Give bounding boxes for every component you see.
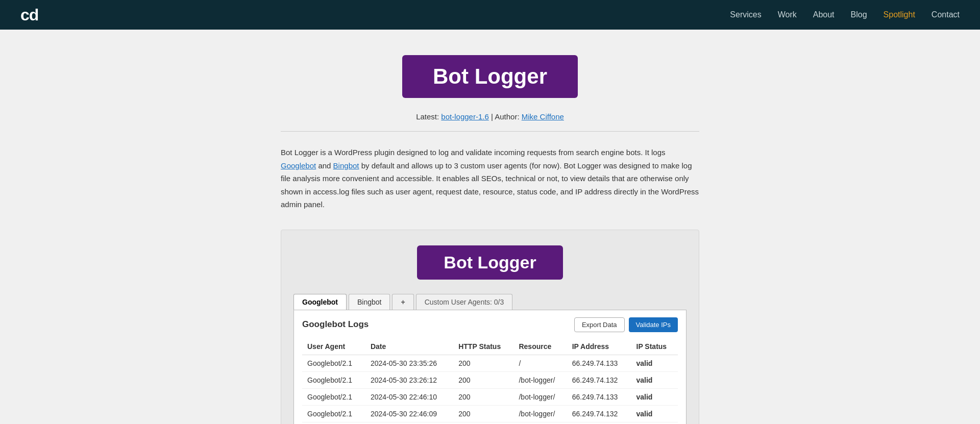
table-row: Googlebot/2.1 2024-05-30 22:46:10 200 /b… [302,388,678,405]
col-resource: Resource [513,338,567,355]
meta-author-label: Author: [495,112,519,121]
cell-user-agent: Googlebot/2.1 [302,355,365,371]
table-header-row: Googlebot Logs Export Data Validate IPs [302,317,678,332]
table-title: Googlebot Logs [302,319,369,330]
nav-work[interactable]: Work [778,10,797,19]
nav-services[interactable]: Services [730,10,761,19]
col-ip-address: IP Address [567,338,631,355]
main-content: Bot Logger Latest: bot-logger-1.6 | Auth… [0,30,980,424]
nav-blog[interactable]: Blog [851,10,867,19]
cell-ip-address: 66.249.74.133 [567,355,631,371]
meta-latest-label: Latest: [416,112,439,121]
cell-http-status: 200 [453,422,513,424]
nav-about[interactable]: About [813,10,835,19]
plugin-description: Bot Logger is a WordPress plugin designe… [281,146,699,211]
cell-ip-status: valid [631,371,678,388]
cell-http-status: 200 [453,388,513,405]
cell-date: 2024-05-30 22:46:09 [365,405,453,422]
cell-date: 2024-05-30 23:35:26 [365,355,453,371]
site-logo[interactable]: cd [20,6,38,24]
cell-user-agent: Googlebot/2.1 [302,405,365,422]
col-date: Date [365,338,453,355]
cell-resource: /bot-logger/ [513,388,567,405]
preview-tabs: Googlebot Bingbot + Custom User Agents: … [293,294,687,310]
googlebot-logs-table: User Agent Date HTTP Status Resource IP … [302,338,678,425]
meta-author-link[interactable]: Mike Ciffone [522,112,564,121]
desc-bingbot-link[interactable]: Bingbot [333,161,359,170]
tab-plus[interactable]: + [392,294,413,310]
section-divider [281,131,699,132]
cell-user-agent: Googlebot/2.1 [302,371,365,388]
nav-links: Services Work About Blog Spotlight Conta… [730,10,960,19]
cell-ip-status: valid [631,405,678,422]
cell-ip-address: 66.249.74.132 [567,405,631,422]
preview-badge-container: Bot Logger [293,245,687,280]
col-ip-status: IP Status [631,338,678,355]
tab-bingbot[interactable]: Bingbot [349,294,390,310]
table-actions: Export Data Validate IPs [574,317,678,332]
cell-ip-status: valid [631,355,678,371]
cell-ip-status: valid [631,388,678,405]
desc-text-before: Bot Logger is a WordPress plugin designe… [281,148,666,157]
table-row: Googlebot/2.1 2024-05-30 22:46:09 200 /b… [302,405,678,422]
table-row: Googlebot/2.1 2024-05-30 23:26:12 200 /b… [302,371,678,388]
cell-resource: / [513,355,567,371]
cell-http-status: 200 [453,405,513,422]
export-data-button[interactable]: Export Data [574,317,625,332]
table-row: Googlebot/2.1 2024-05-30 22:37:17 200 / … [302,422,678,424]
hero-badge-container: Bot Logger [10,55,970,98]
cell-date: 2024-05-30 23:26:12 [365,371,453,388]
nav-contact[interactable]: Contact [932,10,960,19]
preview-title-badge: Bot Logger [417,245,562,280]
desc-text-between: and [316,161,333,170]
navbar: cd Services Work About Blog Spotlight Co… [0,0,980,30]
validate-ips-button[interactable]: Validate IPs [629,317,678,332]
table-row: Googlebot/2.1 2024-05-30 23:35:26 200 / … [302,355,678,371]
cell-resource: / [513,422,567,424]
hero-title-badge: Bot Logger [402,55,578,98]
plugin-preview-box: Bot Logger Googlebot Bingbot + Custom Us… [281,230,699,425]
table-area: Googlebot Logs Export Data Validate IPs … [293,310,687,425]
cell-user-agent: Googlebot/2.1 [302,422,365,424]
col-user-agent: User Agent [302,338,365,355]
col-http-status: HTTP Status [453,338,513,355]
tab-custom-agents[interactable]: Custom User Agents: 0/3 [416,294,513,310]
nav-spotlight[interactable]: Spotlight [884,10,915,19]
cell-ip-status: valid [631,422,678,424]
tab-googlebot[interactable]: Googlebot [293,294,347,310]
cell-ip-address: 66.249.74.133 [567,388,631,405]
cell-resource: /bot-logger/ [513,371,567,388]
meta-line: Latest: bot-logger-1.6 | Author: Mike Ci… [10,112,970,121]
cell-http-status: 200 [453,371,513,388]
cell-date: 2024-05-30 22:37:17 [365,422,453,424]
meta-latest-link[interactable]: bot-logger-1.6 [441,112,488,121]
cell-ip-address: 66.249.74.133 [567,422,631,424]
cell-date: 2024-05-30 22:46:10 [365,388,453,405]
table-header: User Agent Date HTTP Status Resource IP … [302,338,678,355]
cell-ip-address: 66.249.74.132 [567,371,631,388]
cell-resource: /bot-logger/ [513,405,567,422]
desc-googlebot-link[interactable]: Googlebot [281,161,316,170]
cell-http-status: 200 [453,355,513,371]
cell-user-agent: Googlebot/2.1 [302,388,365,405]
